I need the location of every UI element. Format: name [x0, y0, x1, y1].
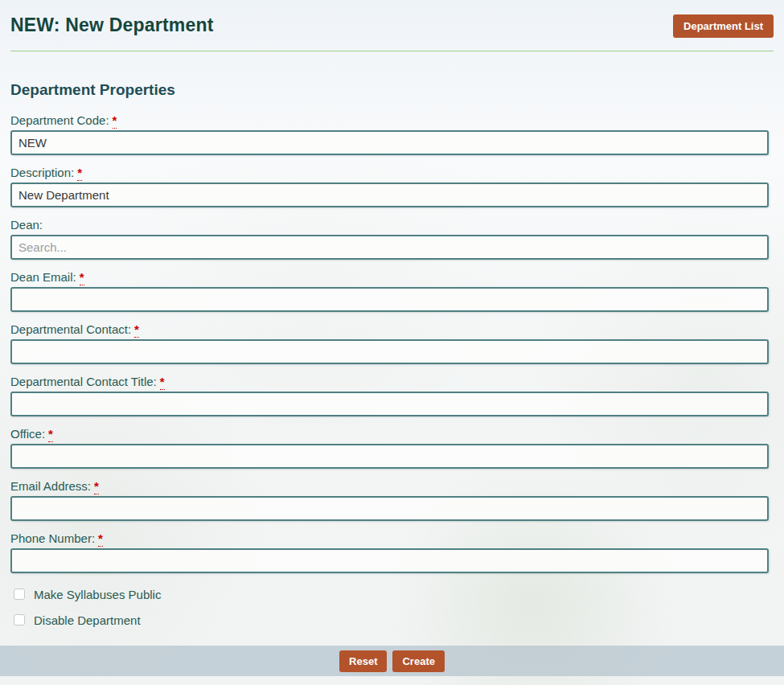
- description-input[interactable]: [10, 183, 769, 207]
- make-syllabuses-public-row: Make Syllabuses Public: [10, 586, 774, 602]
- required-asterisk: *: [80, 270, 84, 285]
- department-code-input[interactable]: [10, 130, 769, 155]
- required-asterisk: *: [134, 322, 139, 338]
- form-actions-bar: Reset Create: [0, 646, 784, 676]
- field-department-code: Department Code:*: [10, 113, 774, 155]
- description-label: Description:*: [10, 165, 774, 181]
- office-input[interactable]: [10, 444, 769, 469]
- label-text: Dean:: [10, 218, 43, 232]
- field-dean-email: Dean Email:*: [10, 269, 774, 312]
- department-properties-form: Department Code:* Description:* Dean: De…: [10, 113, 774, 628]
- email-address-label: Email Address:*: [10, 478, 774, 494]
- label-text: Department Code:: [10, 113, 109, 127]
- required-asterisk: *: [113, 113, 117, 129]
- field-email-address: Email Address:*: [10, 478, 774, 521]
- dean-email-input[interactable]: [10, 287, 769, 312]
- new-department-page: NEW: New Department Department List Depa…: [0, 0, 784, 685]
- departmental-contact-title-input[interactable]: [10, 392, 769, 416]
- disable-department-checkbox[interactable]: [14, 614, 25, 626]
- departmental-contact-title-label: Departmental Contact Title:*: [10, 374, 774, 390]
- department-list-button[interactable]: Department List: [673, 14, 774, 38]
- department-code-label: Department Code:*: [10, 113, 774, 129]
- field-departmental-contact: Departmental Contact:*: [10, 322, 774, 364]
- required-asterisk: *: [94, 479, 99, 494]
- label-text: Dean Email:: [10, 270, 76, 284]
- disable-department-label[interactable]: Disable Department: [34, 613, 141, 627]
- departmental-contact-input[interactable]: [10, 339, 769, 364]
- create-button[interactable]: Create: [392, 650, 444, 672]
- label-text: Email Address:: [10, 479, 91, 493]
- required-asterisk: *: [48, 427, 53, 442]
- required-asterisk: *: [98, 531, 103, 547]
- field-description: Description:*: [10, 165, 774, 207]
- phone-number-input[interactable]: [10, 548, 769, 573]
- phone-number-label: Phone Number:*: [10, 531, 774, 547]
- label-text: Phone Number:: [10, 531, 95, 545]
- dean-label: Dean:: [10, 217, 774, 233]
- reset-button[interactable]: Reset: [339, 650, 387, 672]
- make-syllabuses-public-checkbox[interactable]: [14, 589, 25, 600]
- checkbox-group: Make Syllabuses Public Disable Departmen…: [10, 586, 774, 628]
- label-text: Description:: [10, 166, 74, 179]
- field-office: Office:*: [10, 426, 774, 469]
- label-text: Departmental Contact Title:: [10, 375, 157, 388]
- label-text: Office:: [10, 427, 45, 441]
- page-title: NEW: New Department: [10, 14, 214, 36]
- office-label: Office:*: [10, 426, 774, 442]
- make-syllabuses-public-label[interactable]: Make Syllabuses Public: [34, 588, 161, 601]
- email-address-input[interactable]: [10, 496, 769, 521]
- field-phone-number: Phone Number:*: [10, 531, 774, 573]
- header-divider: [10, 51, 774, 51]
- dean-search-input[interactable]: [10, 235, 769, 260]
- label-text: Departmental Contact:: [10, 322, 131, 336]
- dean-email-label: Dean Email:*: [10, 269, 774, 285]
- disable-department-row: Disable Department: [10, 612, 774, 628]
- required-asterisk: *: [160, 375, 165, 390]
- page-header: NEW: New Department Department List: [10, 14, 774, 38]
- section-heading: Department Properties: [10, 81, 774, 99]
- required-asterisk: *: [77, 166, 82, 181]
- field-departmental-contact-title: Departmental Contact Title:*: [10, 374, 774, 416]
- departmental-contact-label: Departmental Contact:*: [10, 322, 774, 338]
- field-dean: Dean:: [10, 217, 774, 260]
